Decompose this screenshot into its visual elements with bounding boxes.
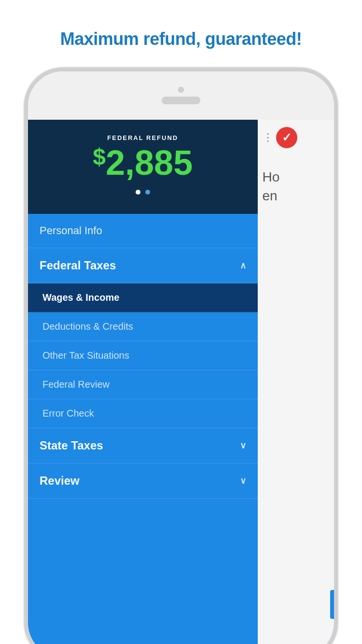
sidebar-item-state-taxes[interactable]: State Taxes: [28, 428, 258, 463]
right-panel: ⋮ Ho en: [258, 120, 334, 644]
right-panel-text: Ho en: [263, 168, 330, 205]
refund-label: FEDERAL REFUND: [38, 134, 248, 141]
review-label: Review: [40, 474, 80, 488]
right-panel-line2: en: [263, 186, 330, 205]
speaker-icon: [162, 97, 200, 104]
refund-number: 2,885: [106, 143, 193, 182]
federal-taxes-label: Federal Taxes: [40, 259, 116, 272]
volume-down-button: [24, 211, 26, 250]
sidebar-item-deductions-credits[interactable]: Deductions & Credits: [28, 312, 258, 341]
camera-icon: [178, 87, 184, 93]
sidebar-item-wages-income[interactable]: Wages & Income: [28, 283, 258, 312]
power-button: [336, 216, 338, 274]
sidebar-item-error-check[interactable]: Error Check: [28, 399, 258, 428]
refund-amount: $2,885: [38, 145, 248, 180]
silent-switch: [24, 260, 26, 298]
right-panel-line1: Ho: [263, 168, 330, 186]
sidebar-item-federal-taxes[interactable]: Federal Taxes: [28, 248, 258, 283]
dot-1[interactable]: [136, 190, 140, 195]
right-panel-top: ⋮: [263, 127, 330, 148]
chevron-down-icon-review: [240, 476, 246, 486]
more-options-icon[interactable]: ⋮: [263, 131, 272, 144]
nav-section: Personal Info Federal Taxes Wages & Inco…: [28, 214, 258, 644]
sidebar-item-other-tax-situations[interactable]: Other Tax Situations: [28, 341, 258, 370]
dollar-sign: $: [93, 144, 106, 169]
menu-panel: FEDERAL REFUND $2,885 Personal Info Fede…: [28, 120, 258, 644]
phone-top-bar: [28, 71, 334, 120]
scroll-bar[interactable]: [330, 590, 334, 619]
chevron-down-icon: [240, 440, 246, 451]
sidebar-item-personal-info[interactable]: Personal Info: [28, 214, 258, 248]
sidebar-item-federal-review[interactable]: Federal Review: [28, 370, 258, 399]
wages-income-label: Wages & Income: [42, 292, 119, 303]
other-tax-situations-label: Other Tax Situations: [42, 350, 129, 361]
chevron-up-icon: [240, 260, 246, 271]
dot-indicators: [38, 190, 248, 195]
federal-review-label: Federal Review: [42, 379, 110, 390]
dot-2[interactable]: [145, 190, 150, 195]
headline: Maximum refund, guaranteed!: [0, 0, 362, 64]
check-badge[interactable]: [276, 127, 297, 148]
phone-frame: FEDERAL REFUND $2,885 Personal Info Fede…: [24, 68, 338, 644]
sidebar-item-review[interactable]: Review: [28, 463, 258, 499]
personal-info-label: Personal Info: [40, 224, 102, 237]
deductions-credits-label: Deductions & Credits: [42, 321, 133, 332]
volume-up-button: [24, 178, 26, 202]
error-check-label: Error Check: [42, 408, 94, 419]
state-taxes-label: State Taxes: [40, 439, 103, 452]
phone-screen: FEDERAL REFUND $2,885 Personal Info Fede…: [28, 120, 334, 644]
refund-header: FEDERAL REFUND $2,885: [28, 120, 258, 214]
